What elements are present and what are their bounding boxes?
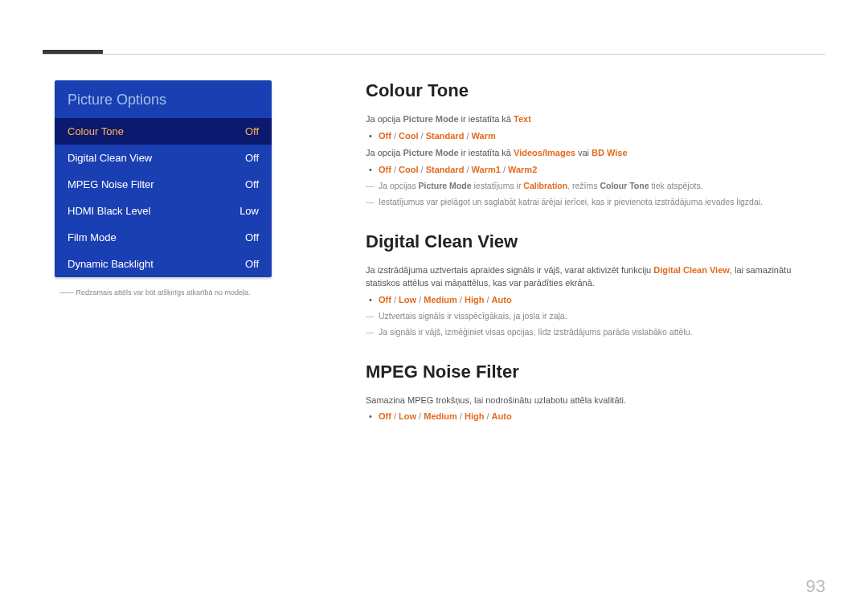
option-value: Auto [492,295,512,304]
page-number: 93 [806,576,825,597]
option-value: Standard [426,131,465,141]
right-column: Colour Tone Ja opcija Picture Mode ir ie… [366,80,824,427]
menu-item-label: Dynamic Backlight [68,258,154,270]
option-separator: / [416,295,424,304]
menu-item-value: Low [240,205,259,217]
menu-item-value: Off [245,125,259,137]
option-value: Medium [424,295,457,304]
section-heading-digital-clean-view: Digital Clean View [366,231,824,252]
option-separator: / [391,295,399,304]
option-separator: / [419,131,426,141]
dcv-options: Off / Low / Medium / High / Auto [366,293,824,308]
menu-item-digital-clean-view[interactable]: Digital Clean ViewOff [55,145,272,171]
text: ir iestatīta kā [459,148,514,157]
option-separator: / [391,165,399,174]
option-value: Low [399,295,416,304]
option-value: Warm2 [508,165,537,174]
term-picture-mode: Picture Mode [403,148,458,157]
option-value: High [465,295,484,304]
option-value: High [465,411,484,421]
menu-item-hdmi-black-level[interactable]: HDMI Black LevelLow [55,198,272,224]
colour-tone-options-1: Off / Cool / Standard / Warm [366,129,824,144]
text: Ja izstrādājuma uztvertais apraides sign… [366,265,653,275]
picture-options-menu: Picture Options Colour ToneOffDigital Cl… [55,80,272,277]
option-separator: / [484,411,491,421]
term-videos-images: Videos/Images [514,148,575,157]
term-text: Text [514,114,531,124]
text: tiek atspējots. [649,181,702,190]
option-separator: / [501,165,508,174]
option-separator: / [464,165,471,174]
term-picture-mode: Picture Mode [419,181,472,190]
option-separator: / [484,295,491,304]
option-separator: / [457,411,465,421]
text: iestatījums ir [472,181,524,190]
term-calibration: Calibration [523,181,567,190]
menu-item-value: Off [245,258,259,270]
term-bd-wise: BD Wise [592,148,628,157]
menu-item-label: Film Mode [68,231,117,243]
section-heading-mpeg-noise-filter: MPEG Noise Filter [366,362,824,382]
option-value: Auto [492,411,512,421]
menu-item-label: HDMI Black Level [68,205,150,217]
colour-tone-line1: Ja opcija Picture Mode ir iestatīta kā T… [366,112,824,126]
text: Ja opcija [366,114,403,124]
option-value: Cool [399,165,418,174]
text: ir iestatīta kā [459,114,514,124]
term-colour-tone: Colour Tone [600,181,649,190]
option-separator: / [416,411,424,421]
section-heading-colour-tone: Colour Tone [366,80,824,101]
menu-item-value: Off [245,152,259,164]
menu-title: Picture Options [55,80,272,118]
menu-item-mpeg-noise-filter[interactable]: MPEG Noise FilterOff [55,171,272,198]
mpeg-options: Off / Low / Medium / High / Auto [366,410,824,424]
option-value: Off [379,131,391,141]
menu-item-label: Colour Tone [68,125,124,137]
left-column: Picture Options Colour ToneOffDigital Cl… [55,80,272,296]
menu-item-label: Digital Clean View [68,152,152,164]
option-value: Off [379,295,391,304]
option-value: Off [379,411,391,421]
text: Ja opcijas [379,181,419,190]
term-picture-mode: Picture Mode [403,114,458,124]
text: Ja opcija [366,148,403,157]
option-value: Off [379,165,391,174]
menu-item-value: Off [245,231,259,243]
option-separator: / [391,131,399,141]
text: vai [575,148,592,157]
option-value: Cool [399,131,418,141]
dcv-note-2: Ja signāls ir vājš, izmēģiniet visas opc… [366,326,824,339]
option-separator: / [419,165,426,174]
menu-item-film-mode[interactable]: Film ModeOff [55,224,272,251]
colour-tone-line2: Ja opcija Picture Mode ir iestatīta kā V… [366,146,824,160]
menu-footnote: ―― Redzamais attēls var būt atšķirīgs at… [55,288,272,296]
option-value: Warm [472,131,496,141]
mpeg-desc: Samazina MPEG trokšņus, lai nodrošinātu … [366,394,824,407]
menu-item-dynamic-backlight[interactable]: Dynamic BacklightOff [55,251,272,277]
menu-item-label: MPEG Noise Filter [68,178,154,190]
colour-tone-note-1: Ja opcijas Picture Mode iestatījums ir C… [366,180,824,193]
option-separator: / [457,295,465,304]
option-value: Low [399,411,416,421]
text: , režīms [567,181,600,190]
option-value: Medium [424,411,457,421]
menu-item-colour-tone[interactable]: Colour ToneOff [55,118,272,145]
dcv-desc: Ja izstrādājuma uztvertais apraides sign… [366,264,824,290]
colour-tone-note-2: Iestatījumus var pielāgot un saglabāt ka… [366,196,824,209]
option-separator: / [391,411,399,421]
header-rule [43,54,825,55]
option-value: Standard [426,165,465,174]
menu-item-value: Off [245,178,259,190]
term-digital-clean-view: Digital Clean View [653,265,730,275]
colour-tone-options-2: Off / Cool / Standard / Warm1 / Warm2 [366,163,824,178]
option-separator: / [464,131,471,141]
option-value: Warm1 [472,165,501,174]
dcv-note-1: Uztvertais signāls ir visspēcīgākais, ja… [366,310,824,323]
